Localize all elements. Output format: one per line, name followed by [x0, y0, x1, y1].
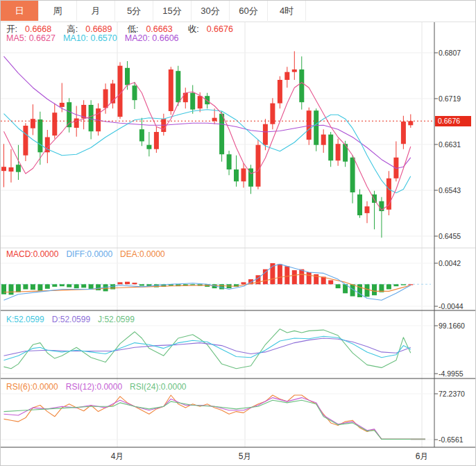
- macd-bar-neg: [96, 284, 101, 290]
- macd-bar-neg: [365, 284, 370, 297]
- rsi-value-label: RSI(24):0.0000: [130, 382, 186, 392]
- macd-bar-pos: [408, 284, 413, 285]
- kdj-label-row: K:52.0599D:52.0599J:52.0599: [6, 315, 142, 324]
- candle-body-down: [146, 145, 151, 149]
- macd-bar-pos: [328, 281, 333, 285]
- axis-label: 0.6719: [439, 94, 461, 103]
- candle-body-up: [401, 122, 406, 144]
- ma-value-label: MA5: 0.6627: [6, 33, 56, 43]
- macd-bar-neg: [1, 284, 6, 294]
- macd-bar-neg: [219, 284, 224, 289]
- rsi6-line: [4, 395, 411, 439]
- axis-label: 0.6543: [439, 186, 461, 194]
- candle-body-up: [74, 119, 79, 128]
- macd-bar-pos: [133, 283, 137, 284]
- kdj-value-label: K:52.0599: [6, 315, 44, 324]
- candle-body-up: [336, 144, 341, 160]
- macd-bar-neg: [386, 284, 391, 289]
- kdj-j-line: [4, 329, 411, 369]
- axis-label: -0.0044: [439, 302, 464, 310]
- ohlc-label: 收:: [188, 24, 199, 34]
- axis-label: 99.1660: [439, 322, 465, 330]
- tab-period-5[interactable]: 15分: [153, 1, 192, 21]
- macd-bar-pos: [118, 282, 123, 284]
- candle-body-up: [198, 96, 203, 108]
- macd-bar-neg: [60, 284, 65, 286]
- macd-bar-neg: [23, 284, 28, 289]
- macd-bar-neg: [89, 284, 94, 289]
- candle-body-up: [60, 103, 65, 107]
- period-tabbar: 日周月5分15分30分60分4时: [1, 1, 475, 22]
- candle-body-down: [357, 194, 362, 215]
- kdj-value-label: J:52.0599: [98, 315, 135, 324]
- macd-bar-neg: [31, 284, 35, 290]
- macd-bar-neg: [45, 284, 50, 289]
- macd-bar-neg: [401, 284, 406, 285]
- macd-bar-pos: [307, 272, 312, 284]
- ohlc-value: 0.6689: [85, 24, 112, 34]
- axis-label: 0.6631: [439, 140, 461, 149]
- ohlc-value: 0.6676: [207, 24, 233, 34]
- rsi-value-label: RSI(6):0.0000: [6, 382, 58, 392]
- candle-body-up: [365, 206, 370, 213]
- rsi-label-row: RSI(6):0.0000RSI(12):0.0000RSI(24):0.000…: [6, 382, 194, 392]
- kdj-k-line: [4, 336, 411, 360]
- kdj-value-label: D:52.0599: [52, 315, 90, 324]
- candle-body-down: [219, 114, 224, 155]
- macd-bar-pos: [299, 269, 304, 285]
- candle-body-up: [31, 119, 35, 128]
- candle-body-up: [9, 167, 14, 172]
- candle-body-up: [212, 118, 217, 122]
- trading-chart-window: 日周月5分15分30分60分4时 开:0.6668高:0.6689低:0.666…: [0, 0, 476, 466]
- ohlc-item: 开:0.6668: [6, 24, 59, 34]
- macd-value-label: DIFF:0.0000: [66, 249, 112, 259]
- candle-body-down: [37, 119, 42, 152]
- candle-body-up: [52, 113, 57, 135]
- macd-bar-neg: [74, 284, 79, 288]
- axis-label: 72.2370: [439, 390, 465, 398]
- candle-body-up: [321, 135, 326, 145]
- candle-body-up: [284, 72, 289, 80]
- macd-bar-pos: [241, 282, 246, 284]
- tab-period-4[interactable]: 5分: [115, 1, 153, 21]
- macd-bar-neg: [139, 284, 144, 285]
- candle-body-down: [16, 165, 21, 172]
- candle-body-up: [103, 90, 108, 108]
- macd-bar-pos: [278, 264, 282, 284]
- ohlc-label: 开:: [6, 24, 17, 34]
- kdj-d-line: [4, 338, 411, 356]
- x-axis-month-label: 4月: [111, 451, 124, 463]
- macd-bar-neg: [336, 284, 341, 288]
- macd-bar-neg: [357, 284, 362, 297]
- candle-body-down: [139, 129, 144, 141]
- candle-body-down: [328, 135, 333, 161]
- axis-label: 0.0042: [439, 259, 461, 267]
- candle-body-down: [227, 154, 232, 169]
- candle-body-down: [190, 93, 195, 110]
- candle-body-up: [183, 93, 188, 103]
- candle-body-down: [350, 158, 355, 192]
- chart-canvas: [1, 1, 476, 466]
- candle-body-up: [169, 69, 173, 111]
- tab-period-6[interactable]: 30分: [192, 1, 230, 21]
- macd-bar-pos: [263, 269, 268, 285]
- tab-period-8[interactable]: 4时: [268, 1, 306, 21]
- candle-body-down: [176, 71, 180, 102]
- x-axis-month-label: 6月: [416, 451, 429, 463]
- candle-body-up: [408, 121, 413, 125]
- tab-period-7[interactable]: 60分: [230, 1, 268, 21]
- current-price-badge: 0.6676: [435, 116, 471, 126]
- macd-bar-neg: [393, 284, 398, 286]
- tab-period-3[interactable]: 月: [77, 1, 115, 21]
- ohlc-value: 0.6663: [146, 24, 172, 34]
- macd-label-row: MACD:0.0000DIFF:0.0000DEA:0.0000: [6, 249, 173, 259]
- candle-body-down: [133, 85, 137, 100]
- x-axis-month-label: 5月: [239, 451, 252, 463]
- macd-bar-neg: [81, 284, 86, 288]
- candle-body-down: [299, 69, 304, 102]
- candle-body-up: [292, 69, 297, 72]
- tab-period-2[interactable]: 周: [39, 1, 77, 21]
- axis-label: 0.6807: [439, 49, 461, 57]
- tab-period-1[interactable]: 日: [1, 1, 39, 21]
- axis-label: -0.6561: [439, 435, 464, 444]
